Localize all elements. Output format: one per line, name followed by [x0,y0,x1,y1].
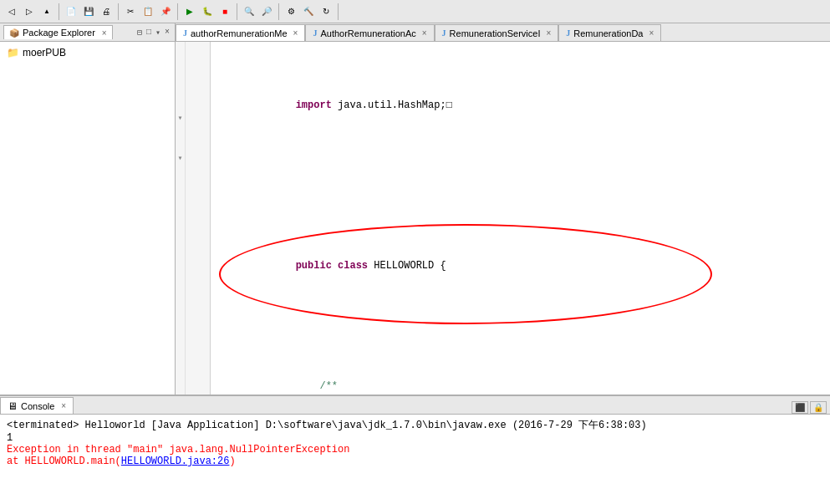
java-file-icon-1: J [313,28,317,38]
java-file-icon-0: J [183,28,187,38]
console-tab-label: Console [21,401,54,411]
console-output-1: 1 [7,432,823,444]
up-button[interactable]: ▲ [38,3,55,20]
line-numbers [186,42,211,395]
code-line-1: import java.util.HashMap;□ [217,85,823,125]
editor-tab-label-3: RemunerationDa [573,28,643,38]
save-button[interactable]: 💾 [80,3,97,20]
editor-tab-0[interactable]: J authorRemunerationMe × [176,24,305,41]
panel-close-icon[interactable]: × [163,27,171,38]
editor-tab-close-1[interactable]: × [422,28,427,38]
console-monitor-icon: 🖥 [8,400,18,412]
console-error-suffix: ) [229,456,235,467]
package-explorer-content: 📁 moerPUB [0,42,175,395]
code-line-4: public class HELLOWORLD { [217,246,823,286]
zoom-button[interactable]: 🔎 [258,3,275,20]
toolbar-group-search: 🔍 🔎 [241,3,279,20]
minimize-icon[interactable]: ⊟ [135,27,144,38]
maximize-icon[interactable]: □ [145,27,153,38]
toolbar-group-misc: ⚙ 🔨 ↻ [283,3,339,20]
new-button[interactable]: 📄 [63,3,79,20]
console-terminated: <terminated> Helloworld [Java Applicatio… [7,418,823,432]
console-clear-button[interactable]: ⬛ [792,401,808,414]
forward-button[interactable]: ▷ [21,3,38,20]
console-tab[interactable]: 🖥 Console × [0,397,74,414]
package-explorer-panel: 📦 Package Explorer × ⊟ □ ▾ × 📁 moerPUB [0,23,176,395]
editor-area: J authorRemunerationMe × J AuthorRemuner… [176,23,830,395]
code-line-3 [217,192,823,206]
editor-tabs: J authorRemunerationMe × J AuthorRemuner… [176,23,830,42]
package-explorer-label: Package Explorer [23,28,95,38]
console-error-line1: Exception in thread "main" java.lang.Nul… [7,444,823,456]
console-actions: ⬛ 🔒 [792,401,830,414]
fold-arrow-2[interactable]: ▾ [176,152,185,165]
editor-tab-label-1: AuthorRemunerationAc [320,28,415,38]
debug-button[interactable]: 🐛 [199,3,216,20]
console-tab-close[interactable]: × [61,401,66,410]
panel-menu-icon[interactable]: ▾ [154,27,162,38]
tree-item-label: moerPUB [23,47,66,59]
toolbar-group-edit: ✂ 📋 📌 [122,3,178,20]
editor-tab-close-2[interactable]: × [546,28,551,38]
search-button[interactable]: 🔍 [241,3,257,20]
copy-button[interactable]: 📋 [140,3,156,20]
stop-button[interactable]: ■ [216,3,233,20]
refresh-button[interactable]: ↻ [318,3,334,20]
code-line-5 [217,313,823,326]
run-button[interactable]: ▶ [181,3,198,20]
settings-button[interactable]: ⚙ [283,3,299,20]
print-button[interactable]: 🖨 [98,3,115,20]
fold-arrow-1[interactable]: ▾ [176,112,185,125]
editor-tab-label-0: authorRemunerationMe [191,28,288,38]
editor-tab-1[interactable]: J AuthorRemunerationAc × [305,24,434,41]
code-editor[interactable]: ▾ ▾ [176,42,830,395]
editor-tab-3[interactable]: J RemunerationDa × [558,24,661,41]
toolbar-group-file: 📄 💾 🖨 [63,3,119,20]
editor-tab-close-0[interactable]: × [293,28,298,38]
paste-button[interactable]: 📌 [157,3,174,20]
editor-tab-2[interactable]: J RemunerationServiceI × [435,24,559,41]
code-content[interactable]: import java.util.HashMap;□ public class … [211,42,830,395]
console-area: 🖥 Console × ⬛ 🔒 <terminated> Helloworld … [0,395,830,504]
cut-button[interactable]: ✂ [122,3,139,20]
java-file-icon-2: J [442,28,446,38]
main-container: 📦 Package Explorer × ⊟ □ ▾ × 📁 moerPUB J [0,23,830,395]
build-button[interactable]: 🔨 [300,3,317,20]
console-error-prefix: at HELLOWORLD.main( [7,456,121,467]
package-icon: 📁 [7,47,19,59]
editor-tab-close-3[interactable]: × [649,28,654,38]
toolbar-group-nav: ◁ ▷ ▲ [3,3,59,20]
package-explorer-tab[interactable]: 📦 Package Explorer × [3,25,113,39]
package-explorer-tab-bar: 📦 Package Explorer × ⊟ □ ▾ × [0,23,175,42]
code-line-6: /** [217,366,823,395]
console-content: <terminated> Helloworld [Java Applicatio… [0,415,830,504]
console-tabs: 🖥 Console × ⬛ 🔒 [0,396,830,415]
toolbar-group-run: ▶ 🐛 ■ [181,3,237,20]
console-error-link[interactable]: HELLOWORLD.java:26 [121,456,230,467]
package-explorer-icon: 📦 [9,28,19,38]
java-file-icon-3: J [566,28,570,38]
tree-item-moerpub[interactable]: 📁 moerPUB [3,45,171,60]
console-scroll-lock[interactable]: 🔒 [810,401,827,414]
console-error-line2: at HELLOWORLD.main(HELLOWORLD.java:26) [7,456,823,467]
toolbar: ◁ ▷ ▲ 📄 💾 🖨 ✂ 📋 📌 ▶ 🐛 ■ 🔍 🔎 ⚙ 🔨 ↻ [0,0,830,23]
code-line-2 [217,152,823,165]
fold-gutter: ▾ ▾ [176,42,186,395]
panel-tab-actions: ⊟ □ ▾ × [135,27,171,38]
editor-tab-label-2: RemunerationServiceI [450,28,541,38]
back-button[interactable]: ◁ [3,3,20,20]
package-explorer-close[interactable]: × [102,28,107,38]
